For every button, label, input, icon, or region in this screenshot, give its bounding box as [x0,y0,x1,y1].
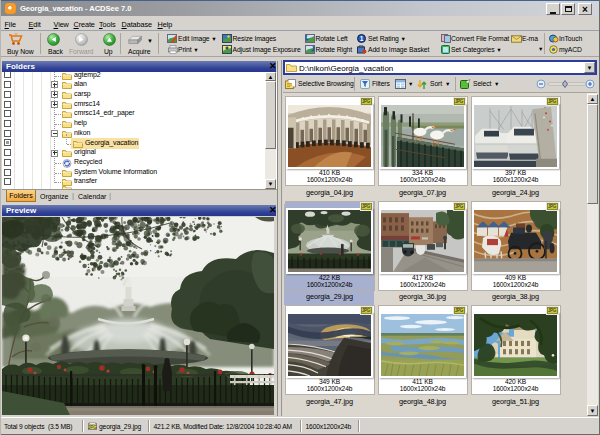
svg-text:1: 1 [360,34,364,41]
svg-text:JPG: JPG [88,425,97,430]
